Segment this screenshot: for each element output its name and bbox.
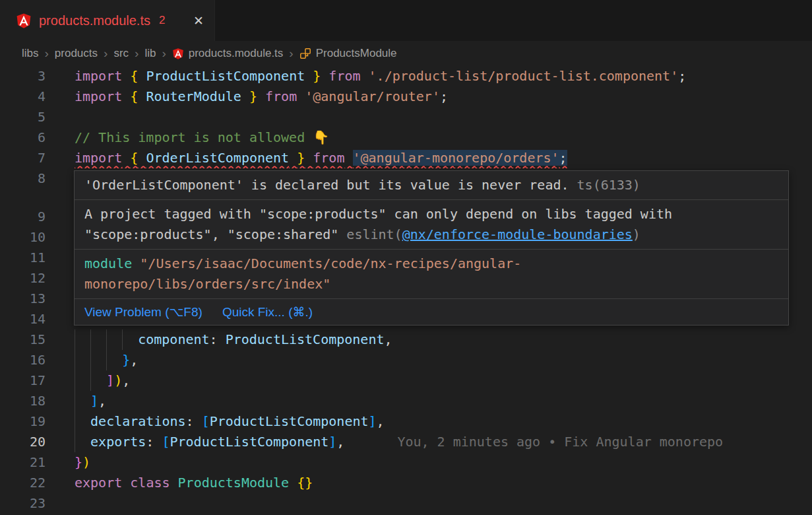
code-token: : bbox=[210, 331, 218, 347]
code-line-22[interactable]: 22export class ProductsModule {} bbox=[0, 473, 812, 493]
line-content: exports: [ProductListComponent],You, 2 m… bbox=[59, 432, 812, 452]
code-token: ProductListComponent bbox=[210, 413, 369, 429]
indent-guide bbox=[106, 350, 122, 370]
code-line-18[interactable]: 18 ], bbox=[0, 391, 812, 411]
code-token bbox=[122, 88, 130, 104]
line-content: }) bbox=[59, 452, 812, 473]
indent-guide bbox=[75, 350, 90, 370]
breadcrumb-label: products.module.ts bbox=[189, 47, 284, 60]
code-token bbox=[241, 88, 249, 104]
code-token bbox=[297, 88, 305, 104]
breadcrumb-separator: › bbox=[162, 46, 166, 61]
code-line-23[interactable]: 23 bbox=[0, 493, 812, 514]
code-token bbox=[122, 150, 130, 166]
line-number: 14 bbox=[0, 309, 59, 329]
breadcrumb-label: src bbox=[113, 47, 129, 60]
view-problem-action[interactable]: View Problem (⌥F8) bbox=[84, 304, 203, 320]
breadcrumb-label: libs bbox=[22, 47, 39, 60]
line-number: 6 bbox=[0, 127, 59, 148]
code-token: [ bbox=[202, 413, 210, 429]
breadcrumb-item-src[interactable]: src bbox=[113, 47, 129, 60]
indent-guide bbox=[75, 432, 90, 452]
line-content bbox=[59, 107, 812, 127]
code-token: ProductListComponent bbox=[226, 331, 385, 347]
code-token: ProductsModule bbox=[178, 475, 290, 491]
code-line-17[interactable]: 17 ]), bbox=[0, 370, 812, 391]
code-line-3[interactable]: 3import { ProductListComponent } from '.… bbox=[0, 66, 812, 86]
code-token: ] bbox=[106, 372, 114, 388]
line-number: 20 bbox=[0, 432, 59, 452]
indent-guide bbox=[75, 411, 90, 432]
indent-guide bbox=[75, 329, 90, 350]
editor: 3import { ProductListComponent } from '.… bbox=[0, 66, 812, 515]
code-token: import bbox=[75, 150, 122, 166]
code-token: declarations bbox=[90, 413, 186, 429]
code-token: component bbox=[138, 331, 209, 347]
code-token: , bbox=[384, 331, 392, 347]
eslint-rule-link[interactable]: @nx/enforce-module-boundaries bbox=[402, 226, 633, 242]
code-token: , bbox=[130, 352, 138, 368]
code-token: from bbox=[328, 68, 360, 84]
code-line-20[interactable]: 20 exports: [ProductListComponent],You, … bbox=[0, 432, 812, 452]
hover-text: module bbox=[84, 256, 140, 271]
code-token bbox=[257, 88, 265, 104]
code-token: export bbox=[75, 475, 122, 491]
line-content: declarations: [ProductListComponent], bbox=[59, 411, 812, 432]
breadcrumb-item-libs[interactable]: libs bbox=[22, 47, 39, 60]
line-number: 8 bbox=[0, 168, 59, 189]
line-number: 16 bbox=[0, 350, 59, 370]
code-line-21[interactable]: 21}) bbox=[0, 452, 812, 473]
quick-fix-action[interactable]: Quick Fix... (⌘.) bbox=[222, 304, 313, 320]
indent-guide bbox=[122, 329, 138, 350]
line-number: 5 bbox=[0, 107, 59, 127]
code-token: from bbox=[313, 150, 344, 166]
code-token: ProductListComponent bbox=[146, 68, 305, 84]
code-line-7[interactable]: 7import { OrderListComponent } from '@an… bbox=[0, 148, 812, 168]
hover-row-ts-diagnostic: 'OrderListComponent' is declared but its… bbox=[75, 171, 788, 199]
code-token: '@angular-monorepo/orders' bbox=[353, 150, 559, 166]
tab-close-button[interactable]: ✕ bbox=[193, 13, 204, 28]
hover-text: "/Users/isaac/Documents/code/nx-recipes/… bbox=[84, 256, 521, 292]
line-content: import { OrderListComponent } from '@ang… bbox=[59, 148, 812, 168]
code-token: { bbox=[130, 150, 138, 166]
code-line-6[interactable]: 6// This import is not allowed 👇 bbox=[0, 127, 812, 148]
line-number bbox=[0, 189, 59, 207]
code-token: ) bbox=[114, 372, 122, 388]
hover-text: ts(6133) bbox=[577, 177, 640, 193]
line-number: 22 bbox=[0, 473, 59, 493]
code-token: ] bbox=[369, 413, 377, 429]
code-token: OrderListComponent bbox=[146, 150, 289, 166]
code-token: } bbox=[75, 454, 82, 470]
breadcrumb: libs › products › src › lib › products.m… bbox=[0, 41, 812, 66]
breadcrumb-label: products bbox=[55, 47, 98, 60]
code-token: ; bbox=[678, 68, 686, 84]
code-token bbox=[289, 150, 297, 166]
breadcrumb-item-products-module-ts[interactable]: products.module.ts bbox=[172, 47, 284, 60]
breadcrumb-item-products-module-symbol[interactable]: ProductsModule bbox=[299, 47, 397, 60]
code-token: ] bbox=[328, 434, 336, 450]
code-line-16[interactable]: 16 }, bbox=[0, 350, 812, 370]
line-content: ]), bbox=[59, 370, 812, 391]
tab-title: products.module.ts bbox=[39, 13, 150, 28]
active-tab[interactable]: products.module.ts 2 ✕ bbox=[0, 0, 215, 41]
line-content: component: ProductListComponent, bbox=[59, 329, 812, 350]
breadcrumb-separator: › bbox=[289, 46, 293, 61]
hover-rows: 'OrderListComponent' is declared but its… bbox=[75, 171, 788, 298]
code-line-5[interactable]: 5 bbox=[0, 107, 812, 127]
code-token: ProductListComponent bbox=[170, 434, 328, 450]
code-token: '@angular/router' bbox=[305, 88, 440, 104]
line-content: export class ProductsModule {} bbox=[59, 473, 812, 493]
code-token bbox=[138, 150, 146, 166]
code-token: class bbox=[130, 475, 170, 491]
code-line-19[interactable]: 19 declarations: [ProductListComponent], bbox=[0, 411, 812, 432]
code-line-4[interactable]: 4import { RouterModule } from '@angular/… bbox=[0, 86, 812, 107]
code-token: ; bbox=[440, 88, 448, 104]
git-blame-annotation: You, 2 minutes ago • Fix Angular monorep… bbox=[397, 434, 723, 450]
line-content: import { ProductListComponent } from './… bbox=[59, 66, 812, 86]
breadcrumb-item-products[interactable]: products bbox=[55, 47, 98, 60]
code-token bbox=[122, 475, 130, 491]
code-token: { bbox=[130, 88, 138, 104]
code-line-15[interactable]: 15 component: ProductListComponent, bbox=[0, 329, 812, 350]
indent-guide bbox=[75, 391, 90, 411]
breadcrumb-item-lib[interactable]: lib bbox=[144, 47, 156, 60]
